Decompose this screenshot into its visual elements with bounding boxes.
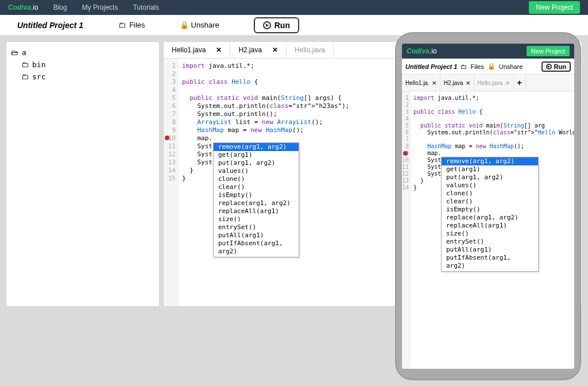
new-project-button[interactable]: New Project <box>529 1 580 14</box>
mobile-preview-frame: Codiva.io New Project Untitled Project 1… <box>396 33 580 379</box>
close-icon[interactable]: ✕ <box>466 80 470 86</box>
mobile-run-button[interactable]: Run <box>541 61 571 72</box>
autocomplete-popup[interactable]: remove(arg1, arg2)get(arg1)put(arg1, arg… <box>213 142 299 257</box>
mobile-brand[interactable]: Codiva.io <box>407 47 437 55</box>
autocomplete-item[interactable]: put(arg1, arg2) <box>442 173 538 182</box>
unshare-button[interactable]: 🔒 Unshare <box>180 21 219 29</box>
mobile-topbar: Codiva.io New Project <box>402 44 574 59</box>
autocomplete-item[interactable]: replace(arg1, arg2) <box>442 214 538 222</box>
mobile-tabs: Hello1.ja.✕ H2.java✕ Hello.java✕ + <box>402 75 574 91</box>
nav-tutorials[interactable]: Tutorials <box>133 3 159 11</box>
error-marker-icon <box>403 151 408 156</box>
autocomplete-item[interactable]: entrySet() <box>442 238 538 246</box>
autocomplete-item[interactable]: remove(arg1, arg2) <box>214 143 299 151</box>
nav-my-projects[interactable]: My Projects <box>82 3 118 11</box>
folder-icon: 🗀 <box>461 63 467 70</box>
autocomplete-item[interactable]: clone() <box>214 175 299 183</box>
autocomplete-item[interactable]: remove(arg1, arg2) <box>442 157 538 165</box>
close-icon[interactable]: ✕ <box>505 80 510 86</box>
autocomplete-item[interactable]: keySet() <box>214 256 299 257</box>
project-toolbar: Untitled Project 1 🗀 Files 🔒 Unshare Run <box>0 15 588 36</box>
top-navbar: Codiva.io Blog My Projects Tutorials New… <box>0 0 588 15</box>
mobile-tab-1[interactable]: H2.java✕ <box>440 75 474 91</box>
autocomplete-item[interactable]: values() <box>442 182 538 190</box>
mobile-gutter: 1234567891011121314 <box>402 91 411 369</box>
line-gutter: 123456789101112131415 <box>164 59 179 306</box>
folder-icon: 🗀 <box>118 21 126 29</box>
mobile-project-title: Untitled Project 1 <box>405 63 457 70</box>
files-button[interactable]: 🗀 Files <box>118 21 145 29</box>
tree-folder-bin[interactable]: 🗀bin <box>11 59 154 71</box>
nav-blog[interactable]: Blog <box>53 3 67 11</box>
autocomplete-item[interactable]: values() <box>214 167 299 175</box>
tree-root[interactable]: 🗁a <box>11 47 154 59</box>
autocomplete-item[interactable]: isEmpty() <box>214 191 299 199</box>
autocomplete-item[interactable]: size() <box>214 215 299 223</box>
autocomplete-item[interactable]: size() <box>442 230 538 238</box>
tab-h2[interactable]: H2.java✕ <box>230 42 287 58</box>
close-icon[interactable]: ✕ <box>432 80 436 86</box>
folder-icon: 🗀 <box>21 72 29 81</box>
autocomplete-item[interactable]: replaceAll(arg1) <box>214 207 299 215</box>
autocomplete-item[interactable]: putIfAbsent(arg1, arg2) <box>442 254 538 270</box>
autocomplete-item[interactable]: replace(arg1, arg2) <box>214 199 299 207</box>
autocomplete-item[interactable]: putAll(arg1) <box>442 246 538 254</box>
mobile-project-bar: Untitled Project 1 🗀Files 🔒Unshare Run <box>402 59 574 75</box>
mobile-screen: Codiva.io New Project Untitled Project 1… <box>402 44 574 369</box>
tab-hello[interactable]: Hello.java <box>287 42 334 58</box>
autocomplete-item[interactable]: entrySet() <box>214 223 299 231</box>
autocomplete-item[interactable]: get(arg1) <box>442 165 538 173</box>
folder-icon: 🗀 <box>21 60 29 69</box>
play-icon <box>263 21 271 29</box>
lock-icon: 🔒 <box>488 63 496 70</box>
autocomplete-item[interactable]: isEmpty() <box>442 206 538 214</box>
autocomplete-item[interactable]: putAll(arg1) <box>214 231 299 240</box>
run-button[interactable]: Run <box>254 17 299 33</box>
lock-icon: 🔒 <box>180 21 188 29</box>
error-marker-icon <box>165 136 169 140</box>
mobile-files[interactable]: Files <box>470 63 483 70</box>
close-icon[interactable]: ✕ <box>272 46 278 54</box>
close-icon[interactable]: ✕ <box>216 46 222 54</box>
autocomplete-item[interactable]: clear() <box>442 198 538 206</box>
autocomplete-item[interactable]: replaceAll(arg1) <box>442 222 538 230</box>
tree-folder-src[interactable]: 🗀src <box>11 71 154 83</box>
autocomplete-item[interactable]: get(arg1) <box>214 151 299 159</box>
mobile-tab-2[interactable]: Hello.java✕ <box>474 75 514 91</box>
project-title: Untitled Project 1 <box>17 21 83 30</box>
file-tree: 🗁a 🗀bin 🗀src <box>6 41 160 307</box>
folder-open-icon: 🗁 <box>11 48 18 57</box>
mobile-autocomplete-popup[interactable]: remove(arg1, arg2)get(arg1)put(arg1, arg… <box>441 157 539 272</box>
autocomplete-item[interactable]: keySet() <box>442 270 538 272</box>
mobile-new-project-button[interactable]: New Project <box>527 46 570 56</box>
mobile-new-tab[interactable]: + <box>514 75 526 91</box>
autocomplete-item[interactable]: clone() <box>442 190 538 198</box>
brand-logo[interactable]: Codiva.io <box>8 3 38 11</box>
autocomplete-item[interactable]: putIfAbsent(arg1, arg2) <box>214 240 299 256</box>
mobile-unshare[interactable]: Unshare <box>499 63 523 70</box>
autocomplete-item[interactable]: put(arg1, arg2) <box>214 159 299 167</box>
mobile-tab-0[interactable]: Hello1.ja.✕ <box>402 75 440 91</box>
play-icon <box>546 64 552 70</box>
autocomplete-item[interactable]: clear() <box>214 183 299 191</box>
tab-hello1[interactable]: Hello1.java✕ <box>164 42 230 58</box>
mobile-editor[interactable]: 1234567891011121314 import java.util.*; … <box>402 91 574 369</box>
